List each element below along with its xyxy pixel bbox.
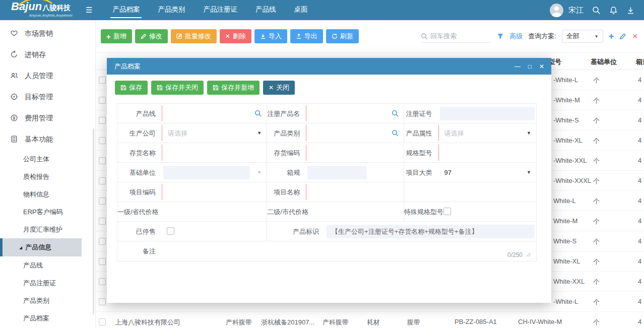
row-checkbox[interactable] — [99, 77, 106, 84]
row-checkbox[interactable] — [99, 218, 106, 225]
nav-tab-product-cert[interactable]: 产品注册证 — [194, 0, 246, 20]
dialog-titlebar[interactable]: 产品档案 — □ ✕ — [107, 58, 551, 75]
edit-button[interactable]: 修改 — [135, 29, 168, 43]
nav-tab-desktop[interactable]: 桌面 — [285, 0, 316, 20]
sidebar-item-monthly-rate[interactable]: 月度汇率维护 — [0, 221, 95, 238]
save-button[interactable]: 保存 — [115, 81, 148, 95]
cell-unit: 个 — [593, 116, 600, 125]
search-icon[interactable] — [392, 129, 399, 138]
brand-logo[interactable]: Bajun八骏科技 Anyone,Anytime,Anywhere! — [11, 0, 81, 20]
download-icon[interactable] — [626, 6, 635, 15]
sidebar-item-company-entity[interactable]: 公司主体 — [0, 150, 95, 168]
row-checkbox[interactable] — [99, 278, 106, 285]
batch-edit-button[interactable]: 批量修改 — [171, 29, 217, 43]
nav-tab-product-line[interactable]: 产品线 — [246, 0, 285, 20]
save-and-new-button[interactable]: 保存并新增 — [207, 81, 260, 95]
tier2-price-field[interactable] — [306, 202, 404, 221]
field-label: 规格型号 — [404, 143, 438, 162]
search-icon[interactable] — [392, 110, 399, 118]
close-button[interactable]: ✕关闭 — [263, 81, 295, 95]
chevron-down-icon[interactable]: ▼ — [257, 123, 262, 143]
row-checkbox[interactable] — [99, 198, 106, 205]
import-button[interactable]: 导入 — [254, 29, 287, 43]
product-line-field[interactable] — [162, 104, 267, 123]
table-row[interactable]: 上海八骏科技有限公司 产科腹带 浙杭械备201907... 产科腹带 耗材 腹带… — [96, 312, 644, 328]
refresh-button[interactable]: 刷新 — [326, 29, 359, 43]
sidebar-item-product-category[interactable]: 产品类别 — [0, 292, 95, 309]
sidebar-item-label: 产品档案 — [23, 314, 49, 323]
column-header-unit[interactable]: 基础单位 — [591, 57, 617, 67]
field-label: 产品属性 — [404, 123, 438, 143]
product-attr-select[interactable]: 请选择 ▼ — [438, 123, 537, 143]
delete-button[interactable]: ✕删除 — [220, 29, 251, 43]
row-checkbox[interactable] — [99, 258, 106, 265]
save-and-close-button[interactable]: 保存并关闭 — [151, 81, 204, 95]
bell-icon[interactable] — [609, 6, 618, 15]
row-checkbox[interactable] — [99, 298, 106, 305]
delete-scheme-icon[interactable]: ✕ — [632, 32, 638, 40]
reg-product-name-field[interactable] — [306, 104, 404, 123]
export-button[interactable]: 导出 — [290, 29, 323, 43]
manufacturer-select[interactable]: 请选择 ▼ — [162, 123, 267, 143]
spec-model-field[interactable] — [438, 143, 537, 162]
stock-code-field[interactable] — [306, 143, 404, 162]
search-box[interactable] — [421, 30, 491, 43]
search-icon[interactable] — [254, 110, 262, 118]
sidebar-item-product-archive[interactable]: 产品档案 — [0, 309, 95, 327]
row-checkbox[interactable] — [99, 318, 106, 325]
search-input[interactable] — [430, 32, 487, 40]
special-spec-checkbox[interactable] — [443, 208, 451, 215]
minimize-icon[interactable]: — — [514, 63, 521, 70]
stock-name-field[interactable] — [162, 143, 267, 162]
nav-tab-product-category[interactable]: 产品类别 — [149, 0, 194, 20]
sidebar-item-inventory[interactable]: 进销存 — [0, 44, 95, 65]
sidebar-item-material-info[interactable]: 物料信息 — [0, 185, 95, 203]
row-checkbox[interactable] — [99, 157, 106, 164]
row-checkbox[interactable] — [99, 177, 106, 184]
sidebar-item-personnel[interactable]: 人员管理 — [0, 65, 95, 87]
user-avatar[interactable] — [550, 4, 563, 17]
project-class-select[interactable]: 97 ▼ — [438, 163, 537, 182]
cell-spec: CH-IV-White-M — [518, 318, 562, 325]
cell-box: 4 — [638, 137, 641, 144]
user-name[interactable]: 宋江 — [568, 6, 584, 15]
chevron-down-icon[interactable]: ▼ — [527, 163, 531, 182]
sidebar-item-label: 产品信息 — [25, 243, 51, 252]
column-header-box[interactable]: 箱规 — [636, 57, 644, 67]
advanced-link[interactable]: 高级 — [509, 32, 523, 41]
add-scheme-icon[interactable]: + — [609, 32, 614, 41]
chevron-down-icon[interactable]: ▼ — [527, 123, 531, 143]
sidebar-item-erp-customer-code[interactable]: ERP客户编码 — [0, 203, 95, 221]
filter-icon[interactable] — [497, 33, 504, 40]
sidebar-scrollbar[interactable] — [93, 128, 94, 315]
edit-scheme-icon[interactable] — [619, 33, 626, 40]
discontinued-checkbox[interactable] — [167, 227, 174, 235]
tier1-price-field[interactable] — [162, 202, 267, 221]
row-checkbox[interactable] — [99, 117, 106, 124]
menu-toggle-icon[interactable]: ☰ — [86, 6, 92, 15]
scheme-select[interactable]: 全部 ▼ — [562, 30, 603, 43]
row-checkbox[interactable] — [99, 137, 106, 144]
search-icon[interactable] — [592, 6, 601, 15]
sidebar-item-marketing[interactable]: 市场营销 — [0, 23, 95, 44]
add-button[interactable]: +新增 — [101, 29, 132, 43]
row-checkbox[interactable] — [99, 97, 106, 104]
sidebar-item-basic-functions[interactable]: 基本功能 — [0, 129, 95, 150]
sidebar-item-product-cert[interactable]: 产品注册证 — [0, 274, 95, 292]
row-checkbox[interactable] — [99, 238, 106, 245]
resize-handle-icon[interactable] — [526, 250, 530, 258]
sidebar-item-qc-report[interactable]: 质检报告 — [0, 168, 95, 185]
nav-tab-product-archive[interactable]: 产品档案 — [103, 0, 149, 20]
cell-box: 4 — [638, 116, 641, 124]
close-icon[interactable]: ✕ — [539, 63, 544, 70]
sidebar-item-label: 费用管理 — [25, 114, 53, 123]
product-category-field[interactable] — [306, 123, 404, 143]
remark-textarea[interactable]: 0/250 — [162, 241, 536, 261]
sidebar-item-expenses[interactable]: 费用管理 — [0, 108, 95, 129]
project-code-field[interactable] — [162, 182, 267, 202]
maximize-icon[interactable]: □ — [528, 63, 532, 70]
sidebar-item-product-line[interactable]: 产品线 — [0, 256, 95, 274]
sidebar-item-product-info[interactable]: ◢ 产品信息 — [0, 238, 82, 256]
project-name-field[interactable] — [306, 182, 404, 202]
sidebar-item-targets[interactable]: 目标管理 — [0, 87, 95, 108]
